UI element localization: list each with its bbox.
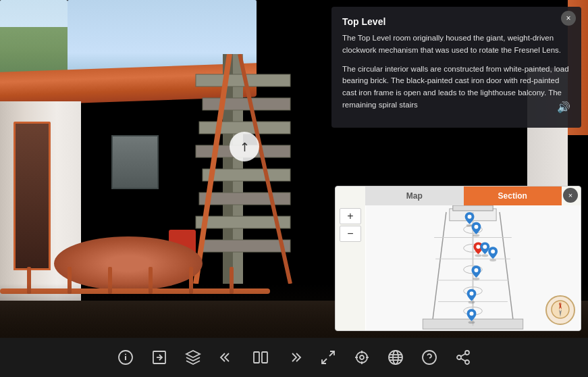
- svg-point-34: [481, 254, 488, 257]
- info-panel-paragraph1: The Top Level room originally housed the…: [342, 32, 570, 57]
- compass-label: N: [550, 299, 570, 322]
- svg-point-39: [474, 268, 478, 272]
- svg-point-35: [483, 245, 487, 249]
- cast-iron-door: [14, 122, 51, 270]
- svg-point-59: [360, 355, 364, 359]
- split-view-icon: [252, 349, 269, 366]
- floor-share-button[interactable]: [147, 345, 171, 370]
- globe-icon: [387, 349, 404, 366]
- svg-rect-55: [262, 352, 267, 363]
- floor-share-icon: [151, 349, 167, 366]
- svg-text:N: N: [559, 302, 562, 306]
- svg-rect-9: [203, 240, 290, 252]
- svg-rect-7: [199, 193, 290, 205]
- help-button[interactable]: [417, 345, 442, 370]
- svg-point-41: [470, 292, 474, 296]
- compass-svg: N: [550, 299, 570, 320]
- location-icon: [354, 349, 370, 366]
- svg-marker-53: [186, 351, 200, 357]
- svg-line-74: [460, 359, 465, 361]
- svg-point-40: [469, 301, 475, 303]
- map-zoom-controls: + −: [336, 205, 365, 242]
- prev-button[interactable]: [215, 345, 239, 370]
- info-panel-close-button[interactable]: ×: [561, 11, 576, 26]
- svg-point-37: [491, 249, 495, 253]
- svg-line-75: [460, 354, 465, 357]
- map-panel-close-button[interactable]: ×: [563, 188, 578, 203]
- info-panel-paragraph2: The circular interior walls are construc…: [342, 64, 570, 111]
- map-content-area[interactable]: N: [365, 205, 581, 330]
- svg-line-57: [322, 359, 327, 363]
- help-icon: [421, 349, 437, 366]
- svg-point-38: [473, 278, 480, 280]
- info-panel: × Top Level The Top Level room originall…: [331, 7, 581, 128]
- svg-point-58: [356, 352, 367, 363]
- info-icon: [117, 349, 134, 366]
- svg-point-72: [457, 355, 461, 359]
- svg-line-56: [329, 351, 334, 356]
- expand-button[interactable]: [316, 345, 340, 370]
- svg-point-30: [473, 234, 480, 237]
- svg-point-32: [475, 254, 481, 257]
- map-panel: Map Section + − ×: [335, 186, 581, 331]
- compass-rose: N: [545, 295, 575, 325]
- zoom-in-button[interactable]: +: [340, 208, 361, 224]
- electrical-box: [111, 135, 159, 189]
- tab-map[interactable]: Map: [365, 186, 464, 205]
- svg-rect-6: [203, 169, 290, 181]
- info-panel-title: Top Level: [342, 16, 570, 27]
- next-icon: [286, 349, 302, 366]
- location-button[interactable]: [350, 345, 374, 370]
- svg-point-50: [125, 354, 126, 355]
- share-icon: [455, 349, 471, 366]
- split-view-button[interactable]: [248, 345, 273, 370]
- map-tabs: Map Section: [365, 186, 562, 205]
- arrow-icon: ↗: [236, 138, 253, 155]
- svg-point-29: [468, 215, 472, 219]
- next-button[interactable]: [282, 345, 306, 370]
- globe-button[interactable]: [383, 345, 408, 370]
- tab-section[interactable]: Section: [464, 186, 562, 205]
- layers-icon: [185, 349, 201, 366]
- prev-icon: [219, 349, 235, 366]
- navigation-arrow[interactable]: ↗: [230, 132, 259, 161]
- svg-point-36: [489, 259, 496, 261]
- svg-rect-3: [203, 98, 290, 110]
- svg-point-71: [465, 351, 469, 355]
- expand-icon: [320, 349, 336, 366]
- svg-point-31: [474, 225, 478, 229]
- share-button[interactable]: [451, 345, 475, 370]
- svg-point-33: [476, 245, 480, 249]
- audio-icon[interactable]: 🔊: [557, 99, 570, 116]
- svg-rect-54: [254, 352, 259, 363]
- svg-point-43: [470, 311, 474, 316]
- layers-button[interactable]: [181, 345, 205, 370]
- svg-point-42: [469, 321, 475, 324]
- spiral-stairs: [182, 54, 317, 284]
- toolbar: [0, 338, 588, 377]
- svg-rect-17: [453, 205, 493, 211]
- svg-point-69: [423, 351, 436, 364]
- svg-point-73: [465, 360, 469, 364]
- info-button[interactable]: [113, 345, 138, 370]
- zoom-out-button[interactable]: −: [340, 226, 361, 242]
